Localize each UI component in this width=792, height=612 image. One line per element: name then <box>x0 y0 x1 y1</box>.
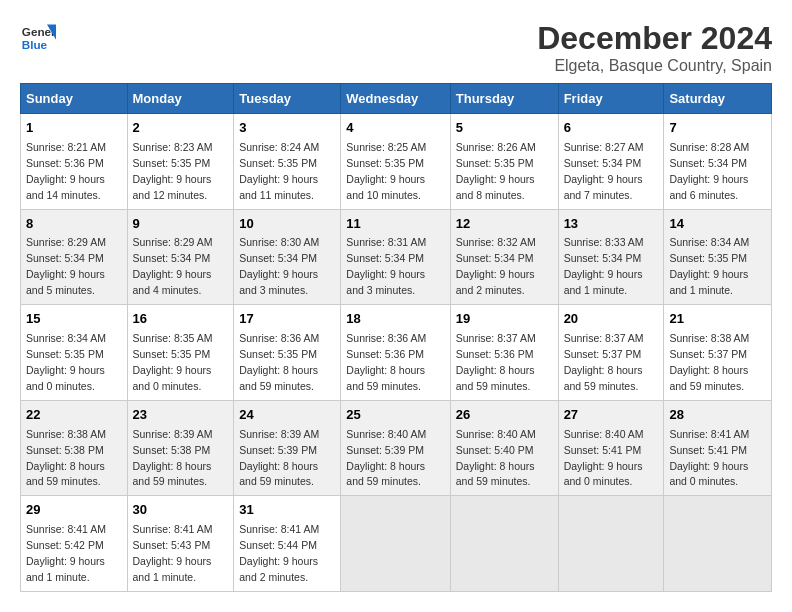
day-info: Sunrise: 8:33 AM Sunset: 5:34 PM Dayligh… <box>564 236 644 296</box>
day-number: 11 <box>346 215 444 234</box>
calendar-cell <box>341 496 450 592</box>
day-info: Sunrise: 8:26 AM Sunset: 5:35 PM Dayligh… <box>456 141 536 201</box>
day-info: Sunrise: 8:35 AM Sunset: 5:35 PM Dayligh… <box>133 332 213 392</box>
calendar-cell <box>664 496 772 592</box>
day-info: Sunrise: 8:23 AM Sunset: 5:35 PM Dayligh… <box>133 141 213 201</box>
header-thursday: Thursday <box>450 84 558 114</box>
calendar-cell: 4Sunrise: 8:25 AM Sunset: 5:35 PM Daylig… <box>341 114 450 210</box>
day-info: Sunrise: 8:25 AM Sunset: 5:35 PM Dayligh… <box>346 141 426 201</box>
day-number: 24 <box>239 406 335 425</box>
day-info: Sunrise: 8:41 AM Sunset: 5:41 PM Dayligh… <box>669 428 749 488</box>
calendar-cell: 27Sunrise: 8:40 AM Sunset: 5:41 PM Dayli… <box>558 400 664 496</box>
day-number: 29 <box>26 501 122 520</box>
calendar-cell: 18Sunrise: 8:36 AM Sunset: 5:36 PM Dayli… <box>341 305 450 401</box>
day-info: Sunrise: 8:32 AM Sunset: 5:34 PM Dayligh… <box>456 236 536 296</box>
page-subtitle: Elgeta, Basque Country, Spain <box>537 57 772 75</box>
day-info: Sunrise: 8:38 AM Sunset: 5:37 PM Dayligh… <box>669 332 749 392</box>
calendar-cell: 20Sunrise: 8:37 AM Sunset: 5:37 PM Dayli… <box>558 305 664 401</box>
day-info: Sunrise: 8:40 AM Sunset: 5:40 PM Dayligh… <box>456 428 536 488</box>
day-info: Sunrise: 8:40 AM Sunset: 5:41 PM Dayligh… <box>564 428 644 488</box>
calendar-week-row: 22Sunrise: 8:38 AM Sunset: 5:38 PM Dayli… <box>21 400 772 496</box>
calendar-cell: 23Sunrise: 8:39 AM Sunset: 5:38 PM Dayli… <box>127 400 234 496</box>
calendar-cell: 6Sunrise: 8:27 AM Sunset: 5:34 PM Daylig… <box>558 114 664 210</box>
day-number: 14 <box>669 215 766 234</box>
header-monday: Monday <box>127 84 234 114</box>
header-saturday: Saturday <box>664 84 772 114</box>
page-title: December 2024 <box>537 20 772 57</box>
calendar-table: SundayMondayTuesdayWednesdayThursdayFrid… <box>20 83 772 592</box>
calendar-cell: 2Sunrise: 8:23 AM Sunset: 5:35 PM Daylig… <box>127 114 234 210</box>
calendar-week-row: 15Sunrise: 8:34 AM Sunset: 5:35 PM Dayli… <box>21 305 772 401</box>
day-number: 12 <box>456 215 553 234</box>
day-info: Sunrise: 8:34 AM Sunset: 5:35 PM Dayligh… <box>669 236 749 296</box>
day-info: Sunrise: 8:36 AM Sunset: 5:36 PM Dayligh… <box>346 332 426 392</box>
day-info: Sunrise: 8:40 AM Sunset: 5:39 PM Dayligh… <box>346 428 426 488</box>
calendar-cell: 30Sunrise: 8:41 AM Sunset: 5:43 PM Dayli… <box>127 496 234 592</box>
header-tuesday: Tuesday <box>234 84 341 114</box>
calendar-cell: 16Sunrise: 8:35 AM Sunset: 5:35 PM Dayli… <box>127 305 234 401</box>
logo-icon: General Blue <box>20 20 56 56</box>
calendar-cell: 7Sunrise: 8:28 AM Sunset: 5:34 PM Daylig… <box>664 114 772 210</box>
day-number: 16 <box>133 310 229 329</box>
day-number: 4 <box>346 119 444 138</box>
day-number: 1 <box>26 119 122 138</box>
day-number: 3 <box>239 119 335 138</box>
day-number: 7 <box>669 119 766 138</box>
day-number: 2 <box>133 119 229 138</box>
calendar-cell: 19Sunrise: 8:37 AM Sunset: 5:36 PM Dayli… <box>450 305 558 401</box>
day-number: 30 <box>133 501 229 520</box>
day-number: 6 <box>564 119 659 138</box>
day-number: 22 <box>26 406 122 425</box>
calendar-cell: 26Sunrise: 8:40 AM Sunset: 5:40 PM Dayli… <box>450 400 558 496</box>
page-header: General Blue December 2024 Elgeta, Basqu… <box>20 20 772 75</box>
day-number: 9 <box>133 215 229 234</box>
day-info: Sunrise: 8:27 AM Sunset: 5:34 PM Dayligh… <box>564 141 644 201</box>
day-info: Sunrise: 8:37 AM Sunset: 5:36 PM Dayligh… <box>456 332 536 392</box>
day-number: 31 <box>239 501 335 520</box>
day-number: 27 <box>564 406 659 425</box>
calendar-cell: 15Sunrise: 8:34 AM Sunset: 5:35 PM Dayli… <box>21 305 128 401</box>
day-number: 17 <box>239 310 335 329</box>
calendar-week-row: 29Sunrise: 8:41 AM Sunset: 5:42 PM Dayli… <box>21 496 772 592</box>
calendar-cell: 29Sunrise: 8:41 AM Sunset: 5:42 PM Dayli… <box>21 496 128 592</box>
day-number: 19 <box>456 310 553 329</box>
calendar-week-row: 8Sunrise: 8:29 AM Sunset: 5:34 PM Daylig… <box>21 209 772 305</box>
calendar-cell: 10Sunrise: 8:30 AM Sunset: 5:34 PM Dayli… <box>234 209 341 305</box>
day-number: 18 <box>346 310 444 329</box>
calendar-header-row: SundayMondayTuesdayWednesdayThursdayFrid… <box>21 84 772 114</box>
title-block: December 2024 Elgeta, Basque Country, Sp… <box>537 20 772 75</box>
day-number: 10 <box>239 215 335 234</box>
calendar-cell: 8Sunrise: 8:29 AM Sunset: 5:34 PM Daylig… <box>21 209 128 305</box>
day-info: Sunrise: 8:41 AM Sunset: 5:44 PM Dayligh… <box>239 523 319 583</box>
day-info: Sunrise: 8:34 AM Sunset: 5:35 PM Dayligh… <box>26 332 106 392</box>
calendar-cell: 14Sunrise: 8:34 AM Sunset: 5:35 PM Dayli… <box>664 209 772 305</box>
calendar-cell: 5Sunrise: 8:26 AM Sunset: 5:35 PM Daylig… <box>450 114 558 210</box>
calendar-cell: 3Sunrise: 8:24 AM Sunset: 5:35 PM Daylig… <box>234 114 341 210</box>
calendar-cell: 31Sunrise: 8:41 AM Sunset: 5:44 PM Dayli… <box>234 496 341 592</box>
day-info: Sunrise: 8:29 AM Sunset: 5:34 PM Dayligh… <box>133 236 213 296</box>
day-number: 26 <box>456 406 553 425</box>
day-number: 13 <box>564 215 659 234</box>
calendar-cell: 9Sunrise: 8:29 AM Sunset: 5:34 PM Daylig… <box>127 209 234 305</box>
day-info: Sunrise: 8:28 AM Sunset: 5:34 PM Dayligh… <box>669 141 749 201</box>
calendar-cell: 13Sunrise: 8:33 AM Sunset: 5:34 PM Dayli… <box>558 209 664 305</box>
day-info: Sunrise: 8:41 AM Sunset: 5:42 PM Dayligh… <box>26 523 106 583</box>
calendar-cell: 22Sunrise: 8:38 AM Sunset: 5:38 PM Dayli… <box>21 400 128 496</box>
day-info: Sunrise: 8:21 AM Sunset: 5:36 PM Dayligh… <box>26 141 106 201</box>
header-wednesday: Wednesday <box>341 84 450 114</box>
calendar-cell: 11Sunrise: 8:31 AM Sunset: 5:34 PM Dayli… <box>341 209 450 305</box>
calendar-cell: 12Sunrise: 8:32 AM Sunset: 5:34 PM Dayli… <box>450 209 558 305</box>
day-info: Sunrise: 8:30 AM Sunset: 5:34 PM Dayligh… <box>239 236 319 296</box>
day-info: Sunrise: 8:41 AM Sunset: 5:43 PM Dayligh… <box>133 523 213 583</box>
calendar-cell: 21Sunrise: 8:38 AM Sunset: 5:37 PM Dayli… <box>664 305 772 401</box>
svg-text:Blue: Blue <box>22 38 48 51</box>
header-sunday: Sunday <box>21 84 128 114</box>
day-number: 23 <box>133 406 229 425</box>
calendar-cell <box>558 496 664 592</box>
calendar-cell: 24Sunrise: 8:39 AM Sunset: 5:39 PM Dayli… <box>234 400 341 496</box>
day-number: 5 <box>456 119 553 138</box>
day-info: Sunrise: 8:39 AM Sunset: 5:39 PM Dayligh… <box>239 428 319 488</box>
calendar-cell: 25Sunrise: 8:40 AM Sunset: 5:39 PM Dayli… <box>341 400 450 496</box>
calendar-week-row: 1Sunrise: 8:21 AM Sunset: 5:36 PM Daylig… <box>21 114 772 210</box>
day-info: Sunrise: 8:24 AM Sunset: 5:35 PM Dayligh… <box>239 141 319 201</box>
